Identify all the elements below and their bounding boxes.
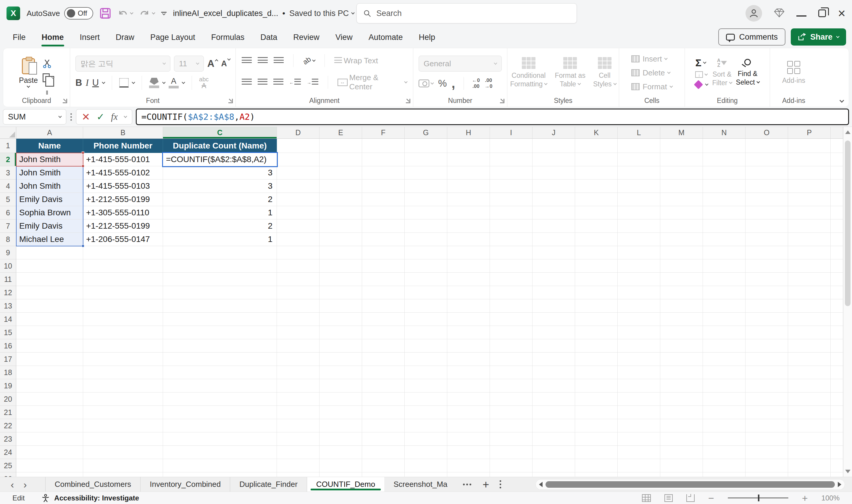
cell-J20[interactable] <box>532 393 575 406</box>
cell-G22[interactable] <box>405 419 447 432</box>
increase-indent-button[interactable]: → <box>307 79 318 86</box>
cell-P11[interactable] <box>788 273 831 286</box>
cell-D2[interactable] <box>277 153 320 166</box>
row-header-14[interactable]: 14 <box>0 313 16 326</box>
cell-N1[interactable] <box>703 139 745 153</box>
row-header-13[interactable]: 13 <box>0 299 16 313</box>
align-right-icon[interactable] <box>273 79 284 86</box>
cell-O11[interactable] <box>745 273 788 286</box>
cell-H12[interactable] <box>447 286 490 299</box>
cell-H17[interactable] <box>447 353 490 366</box>
scroll-down-icon[interactable] <box>845 470 851 473</box>
cell-D3[interactable] <box>277 166 320 180</box>
cell-P8[interactable] <box>788 233 831 246</box>
cell-B15[interactable] <box>83 326 163 339</box>
cell-K26[interactable] <box>575 472 618 477</box>
tab-automate[interactable]: Automate <box>361 26 411 48</box>
cell-A15[interactable] <box>16 326 83 339</box>
cell-B13[interactable] <box>83 299 163 313</box>
cell-P14[interactable] <box>788 313 831 326</box>
cell-partial-14[interactable] <box>831 313 843 326</box>
comma-style-button[interactable]: , <box>451 79 455 87</box>
cell-K23[interactable] <box>575 432 618 446</box>
insert-cells-button[interactable]: Insert <box>631 54 667 64</box>
cell-E17[interactable] <box>320 353 362 366</box>
tab-view[interactable]: View <box>327 26 361 48</box>
cell-J24[interactable] <box>532 446 575 459</box>
cell-C9[interactable] <box>163 246 277 259</box>
cell-B23[interactable] <box>83 432 163 446</box>
cell-C16[interactable] <box>163 339 277 353</box>
cell-partial-24[interactable] <box>831 446 843 459</box>
tab-data[interactable]: Data <box>252 26 285 48</box>
cell-H6[interactable] <box>447 206 490 219</box>
cell-J3[interactable] <box>532 166 575 180</box>
cell-I7[interactable] <box>490 219 532 233</box>
cell-A18[interactable] <box>16 366 83 379</box>
cell-D24[interactable] <box>277 446 320 459</box>
cell-F26[interactable] <box>362 472 405 477</box>
cell-M5[interactable] <box>660 193 703 206</box>
cell-partial-4[interactable] <box>831 180 843 193</box>
cell-N15[interactable] <box>703 326 745 339</box>
cell-D9[interactable] <box>277 246 320 259</box>
cell-O24[interactable] <box>745 446 788 459</box>
cell-C4[interactable]: 3 <box>163 180 277 193</box>
cell-C8[interactable]: 1 <box>163 233 277 246</box>
vertical-scrollbar[interactable] <box>843 127 852 477</box>
cell-H15[interactable] <box>447 326 490 339</box>
cell-A4[interactable]: John Smith <box>16 180 83 193</box>
cell-H1[interactable] <box>447 139 490 153</box>
cell-F6[interactable] <box>362 206 405 219</box>
name-box[interactable]: SUM <box>3 109 66 125</box>
bold-button[interactable]: B <box>75 77 82 88</box>
cell-partial-23[interactable] <box>831 432 843 446</box>
cell-C18[interactable] <box>163 366 277 379</box>
decrease-indent-button[interactable]: ← <box>289 79 301 86</box>
cell-N12[interactable] <box>703 286 745 299</box>
cell-I5[interactable] <box>490 193 532 206</box>
cell-G17[interactable] <box>405 353 447 366</box>
column-header-N[interactable]: N <box>703 127 745 139</box>
cell-I9[interactable] <box>490 246 532 259</box>
cell-O20[interactable] <box>745 393 788 406</box>
cell-J17[interactable] <box>532 353 575 366</box>
cell-P17[interactable] <box>788 353 831 366</box>
cell-M12[interactable] <box>660 286 703 299</box>
align-top-icon[interactable] <box>242 57 252 65</box>
underline-chevron-icon[interactable] <box>102 80 105 84</box>
cell-C11[interactable] <box>163 273 277 286</box>
cell-B21[interactable] <box>83 406 163 419</box>
horizontal-scrollbar[interactable] <box>536 479 845 490</box>
cell-E26[interactable] <box>320 472 362 477</box>
row-header-20[interactable]: 20 <box>0 393 16 406</box>
column-header-E[interactable]: E <box>320 127 362 139</box>
cell-L11[interactable] <box>618 273 660 286</box>
cell-G15[interactable] <box>405 326 447 339</box>
cell-A3[interactable]: John Smith <box>16 166 83 180</box>
cell-C25[interactable] <box>163 459 277 472</box>
cell-L1[interactable] <box>618 139 660 153</box>
cell-P22[interactable] <box>788 419 831 432</box>
cell-D1[interactable] <box>277 139 320 153</box>
cell-M9[interactable] <box>660 246 703 259</box>
user-avatar[interactable] <box>745 5 762 22</box>
cell-O15[interactable] <box>745 326 788 339</box>
cell-J25[interactable] <box>532 459 575 472</box>
sheet-tab-countif-demo[interactable]: COUNTIF_Demo <box>307 477 384 491</box>
clipboard-dialog-launcher[interactable] <box>63 99 67 103</box>
cell-P4[interactable] <box>788 180 831 193</box>
tab-help[interactable]: Help <box>411 26 443 48</box>
cell-L4[interactable] <box>618 180 660 193</box>
cell-partial-22[interactable] <box>831 419 843 432</box>
cell-G4[interactable] <box>405 180 447 193</box>
sheet-tab-inventory-combined[interactable]: Inventory_Combined <box>141 477 230 491</box>
cell-H14[interactable] <box>447 313 490 326</box>
cell-J6[interactable] <box>532 206 575 219</box>
cell-K1[interactable] <box>575 139 618 153</box>
cell-partial-9[interactable] <box>831 246 843 259</box>
cell-C17[interactable] <box>163 353 277 366</box>
cell-partial-16[interactable] <box>831 339 843 353</box>
cell-P10[interactable] <box>788 259 831 273</box>
cell-J11[interactable] <box>532 273 575 286</box>
